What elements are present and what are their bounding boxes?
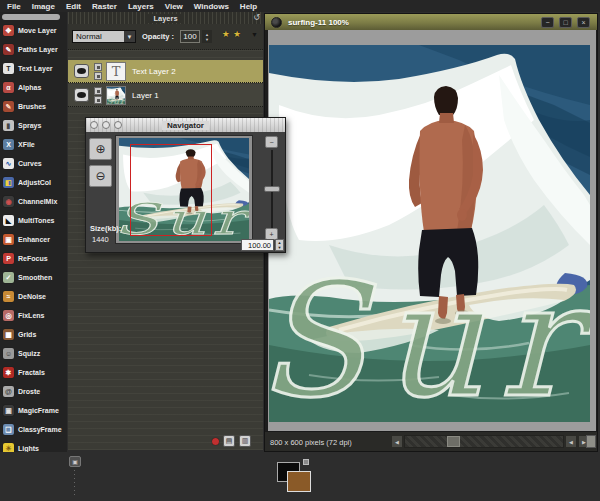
sidebar-tool-item[interactable]: P ReFocus [0, 249, 67, 268]
sidebar-tool-item[interactable]: α Alphas [0, 78, 67, 97]
slider-minus-button[interactable]: − [265, 136, 278, 148]
visibility-toggle[interactable] [74, 88, 89, 102]
menu-item[interactable]: Layers [128, 2, 154, 11]
menu-item[interactable]: Windows [194, 2, 229, 11]
tool-icon: ◧ [3, 177, 14, 188]
swap-colors-icon[interactable] [303, 459, 309, 465]
zoom-out-button[interactable]: ⊖ [89, 165, 112, 187]
menu-item[interactable]: Raster [92, 2, 117, 11]
view-rect[interactable] [130, 144, 212, 236]
chevron-down-icon: ▼ [124, 31, 135, 42]
close-button[interactable]: × [577, 17, 590, 28]
surf-photo[interactable]: Surf [269, 45, 590, 422]
layer-thumbnail[interactable]: T [106, 62, 126, 81]
sidebar-tool-item[interactable]: ≈ DeNoise [0, 287, 67, 306]
sidebar-tool-item[interactable]: ◉ ChannelMix [0, 192, 67, 211]
panel-grip-button[interactable]: ▣ [69, 456, 81, 467]
canvas-area[interactable]: Surf [268, 30, 596, 433]
sidebar-tool-item[interactable]: ▮ Sprays [0, 116, 67, 135]
menu-item[interactable]: Image [32, 2, 55, 11]
menu-item[interactable]: File [7, 2, 21, 11]
visibility-toggle[interactable] [74, 64, 89, 78]
tool-label: Move Layer [18, 27, 57, 34]
sidebar-tool-item[interactable]: ✱ Fractals [0, 363, 67, 382]
tool-icon: ▦ [3, 329, 14, 340]
tool-label: ChannelMix [18, 198, 57, 205]
star-icon[interactable]: ★ [222, 29, 230, 39]
tool-icon: @ [3, 386, 14, 397]
sidebar-tool-item[interactable]: ✎ Paths Layer [0, 40, 67, 59]
tool-label: ClassyFrame [18, 426, 62, 433]
zoom-slider-handle[interactable] [264, 186, 280, 192]
layer-thumbnail[interactable] [106, 86, 126, 105]
zoom-stepper[interactable]: ▲ ▼ [275, 239, 284, 251]
menu-item[interactable]: View [165, 2, 183, 11]
link-toggle[interactable] [94, 63, 102, 71]
sidebar-tool-item[interactable]: ▦ Grids [0, 325, 67, 344]
maximize-button[interactable]: □ [559, 17, 572, 28]
spin-down-icon[interactable]: ▼ [205, 37, 209, 42]
canvas-titlebar[interactable]: surfing-11 100% − □ × [265, 14, 597, 30]
tool-icon: ▮ [3, 120, 14, 131]
blend-mode-select[interactable]: Normal ▼ [72, 30, 136, 43]
menu-item[interactable]: Edit [66, 2, 81, 11]
layer-row-text-layer-2[interactable]: T Text Layer 2 [68, 60, 263, 83]
horizontal-scrollbar[interactable] [404, 435, 564, 448]
panel-menu-icon[interactable]: ▼ [251, 31, 258, 38]
sidebar-tool-item[interactable]: ✎ Brushes [0, 97, 67, 116]
tool-label: Grids [18, 331, 36, 338]
background-color-swatch[interactable] [287, 471, 311, 492]
sidebar-tool-item[interactable]: ✥ Move Layer [0, 21, 67, 40]
layer-name[interactable]: Text Layer 2 [132, 67, 176, 76]
scroll-left-button[interactable]: ◀ [391, 435, 403, 448]
tool-label: MagicFrame [18, 407, 59, 414]
zoom-in-button[interactable]: ⊕ [89, 138, 112, 160]
sidebar-tool-item[interactable]: @ Droste [0, 382, 67, 401]
size-label: Size(kb): [90, 224, 121, 233]
layer-name[interactable]: Layer 1 [132, 91, 159, 100]
zoom-level-input[interactable]: 100.00 [241, 239, 274, 251]
sidebar-tool-item[interactable]: ❑ ClassyFrame [0, 420, 67, 439]
tool-icon: ✎ [3, 44, 14, 55]
sidebar-tool-item[interactable]: X XFile [0, 135, 67, 154]
scroll-left-button-2[interactable]: ◀ [565, 435, 577, 448]
tool-icon: ▣ [3, 234, 14, 245]
sidebar-tool-item[interactable]: ◣ MultiTones [0, 211, 67, 230]
opacity-stepper[interactable]: ▲ ▼ [202, 30, 212, 43]
sidebar-tool-item[interactable]: ∿ Curves [0, 154, 67, 173]
sidebar-tool-item[interactable]: ☺ Squizz [0, 344, 67, 363]
tool-sidebar: ✥ Move Layer ✎ Paths Layer T Text Layer … [0, 12, 67, 501]
tool-label: Droste [18, 388, 40, 395]
sidebar-tool-item[interactable]: ◧ AdjustCol [0, 173, 67, 192]
spin-down-icon[interactable]: ▼ [278, 245, 282, 250]
minimize-button[interactable]: − [541, 17, 554, 28]
tool-icon: ☺ [3, 348, 14, 359]
layers-panel-header[interactable]: Layers ↺ [68, 12, 263, 24]
refresh-icon[interactable]: ↺ [253, 13, 260, 22]
mask-toggle[interactable] [94, 96, 102, 104]
new-layer-button[interactable]: ▤ [223, 435, 235, 447]
link-toggle[interactable] [94, 87, 102, 95]
sidebar-tool-item[interactable]: ▣ Enhancer [0, 230, 67, 249]
navigator-title: Navigator [162, 121, 209, 130]
menu-item[interactable]: Help [240, 2, 257, 11]
sidebar-tool-item[interactable]: ▣ MagicFrame [0, 401, 67, 420]
star-icon[interactable]: ★ [233, 29, 241, 39]
sidebar-tool-item[interactable]: T Text Layer [0, 59, 67, 78]
sidebar-tool-item[interactable]: ✓ Smoothen [0, 268, 67, 287]
tool-icon: ✎ [3, 101, 14, 112]
layer-row-layer-1[interactable]: Layer 1 [68, 84, 263, 107]
mask-toggle[interactable] [94, 72, 102, 80]
navigator-titlebar[interactable]: Navigator [86, 118, 285, 132]
scrollbar-thumb[interactable] [447, 436, 460, 447]
layer-options-button[interactable]: ▥ [239, 435, 251, 447]
tool-label: ReFocus [18, 255, 48, 262]
resize-corner[interactable] [586, 435, 596, 448]
record-indicator[interactable] [212, 438, 219, 445]
tool-label: XFile [18, 141, 35, 148]
navigator-preview[interactable] [115, 135, 253, 244]
tool-label: Smoothen [18, 274, 52, 281]
sidebar-tool-item[interactable]: ◎ FixLens [0, 306, 67, 325]
sidebar-scrollbar[interactable] [2, 14, 60, 20]
opacity-input[interactable]: 100 [180, 30, 200, 43]
